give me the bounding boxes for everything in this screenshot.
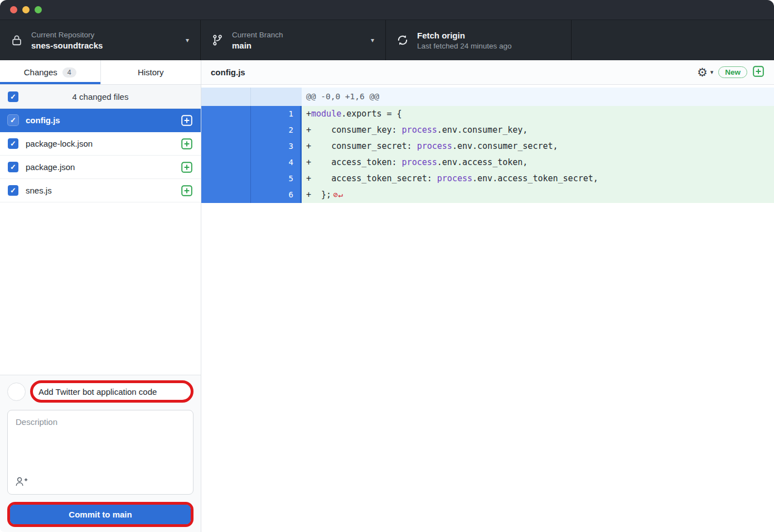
file-checkbox[interactable] xyxy=(8,138,18,149)
old-line-gutter xyxy=(201,88,251,106)
toolbar-empty-area xyxy=(572,20,774,60)
code-plain: + access_token: xyxy=(306,157,402,167)
diff-line-1: 1 +module.exports = { xyxy=(201,106,774,122)
code-keyword: module xyxy=(311,109,341,119)
code-plain: .env.consumer_secret, xyxy=(452,141,558,151)
file-actions-button[interactable] xyxy=(181,185,193,197)
file-name: config.js xyxy=(26,115,181,125)
zoom-window-button[interactable] xyxy=(35,6,42,13)
current-branch-dropdown[interactable]: Current Branch main ▾ xyxy=(201,20,386,60)
repository-caret-icon: ▾ xyxy=(186,36,189,44)
code-keyword: process xyxy=(402,125,437,135)
commit-description-box xyxy=(7,410,194,495)
code-keyword: process xyxy=(417,141,452,151)
code-keyword: process xyxy=(402,157,437,167)
file-actions-button[interactable] xyxy=(181,161,193,173)
old-line-gutter xyxy=(201,187,251,203)
select-all-checkbox[interactable] xyxy=(8,91,18,102)
diff-header: config.js ⚙ ▾ New xyxy=(201,60,774,85)
code-plain: .env.access_token, xyxy=(437,157,528,167)
code-plain: .env.access_token_secret, xyxy=(472,173,598,183)
current-branch-label: Current Branch xyxy=(232,31,283,39)
commit-button-branch: main xyxy=(113,510,132,519)
no-newline-icon: ⊘↵ xyxy=(333,190,344,199)
code-text: +module.exports = { xyxy=(302,106,774,122)
code-plain: .exports = { xyxy=(341,109,401,119)
file-name: snes.js xyxy=(26,186,181,195)
chevron-down-icon: ▾ xyxy=(710,69,714,75)
code-plain: + xyxy=(306,109,311,119)
code-plain: .env.consumer_key, xyxy=(437,125,528,135)
changes-sidebar: Changes 4 History 4 changed files config… xyxy=(0,60,201,532)
line-number[interactable]: 4 xyxy=(251,154,302,171)
person-plus-icon xyxy=(15,480,28,489)
code-plain: + }; xyxy=(306,190,331,200)
line-number[interactable]: 1 xyxy=(251,106,302,122)
titlebar xyxy=(0,0,774,20)
close-window-button[interactable] xyxy=(10,6,17,13)
code-plain: + consumer_key: xyxy=(306,125,402,135)
changed-files-count: 4 changed files xyxy=(18,92,182,101)
fetch-origin-subtitle: Last fetched 24 minutes ago xyxy=(417,42,512,50)
commit-summary-input[interactable] xyxy=(33,387,191,396)
tab-history-label: History xyxy=(138,67,164,77)
file-actions-button[interactable] xyxy=(181,138,193,150)
file-actions-button[interactable] xyxy=(181,114,193,127)
diff-file-name: config.js xyxy=(211,67,245,77)
sidebar-tabs: Changes 4 History xyxy=(0,60,201,85)
file-row-snes-js[interactable]: snes.js xyxy=(0,179,201,202)
diff-line-5: 5 + access_token_secret: process.env.acc… xyxy=(201,171,774,187)
expand-diff-button[interactable] xyxy=(752,66,765,79)
commit-description-input[interactable] xyxy=(16,417,185,475)
tab-changes[interactable]: Changes 4 xyxy=(0,60,101,84)
current-repository-dropdown[interactable]: Current Repository snes-soundtracks ▾ xyxy=(0,20,201,60)
code-plain: + consumer_secret: xyxy=(306,141,417,151)
diff-body: @@ -0,0 +1,6 @@ 1 +module.exports = { 2 … xyxy=(201,85,774,532)
avatar xyxy=(7,383,26,401)
line-number[interactable]: 6 xyxy=(251,187,302,203)
file-row-package-lock-json[interactable]: package-lock.json xyxy=(0,132,201,156)
file-checkbox[interactable] xyxy=(8,162,18,172)
new-line-gutter xyxy=(251,88,302,106)
minimize-window-button[interactable] xyxy=(22,6,30,13)
file-checkbox[interactable] xyxy=(8,185,18,196)
line-number[interactable]: 2 xyxy=(251,122,302,138)
code-text: + access_token_secret: process.env.acces… xyxy=(302,171,774,187)
old-line-gutter xyxy=(201,106,251,122)
old-line-gutter xyxy=(201,138,251,154)
file-checkbox[interactable] xyxy=(8,115,18,125)
line-number[interactable]: 3 xyxy=(251,138,302,154)
commit-to-main-button[interactable]: Commit to main xyxy=(10,505,191,524)
current-repository-value: snes-soundtracks xyxy=(31,41,103,50)
changes-count-badge: 4 xyxy=(62,67,76,78)
tab-changes-label: Changes xyxy=(24,67,57,77)
summary-highlight-annotation xyxy=(30,380,194,403)
fetch-origin-title: Fetch origin xyxy=(417,31,512,40)
commit-button-highlight-annotation: Commit to main xyxy=(7,502,194,527)
code-text: + access_token: process.env.access_token… xyxy=(302,154,774,171)
diff-line-2: 2 + consumer_key: process.env.consumer_k… xyxy=(201,122,774,138)
file-row-package-json[interactable]: package.json xyxy=(0,156,201,179)
diff-options-button[interactable]: ⚙ ▾ xyxy=(697,66,713,78)
diff-pane: config.js ⚙ ▾ New xyxy=(201,60,774,532)
tab-history[interactable]: History xyxy=(101,60,201,84)
lock-icon xyxy=(10,34,23,46)
file-row-config-js[interactable]: config.js xyxy=(0,109,201,132)
add-co-author-button[interactable] xyxy=(15,476,28,489)
commit-form: Commit to main xyxy=(0,375,201,532)
current-branch-value: main xyxy=(232,41,283,50)
code-keyword: process xyxy=(437,173,472,183)
sync-icon xyxy=(396,34,409,46)
line-number[interactable]: 5 xyxy=(251,171,302,187)
hunk-header-row: @@ -0,0 +1,6 @@ xyxy=(201,88,774,106)
fetch-origin-button[interactable]: Fetch origin Last fetched 24 minutes ago xyxy=(386,20,572,60)
old-line-gutter xyxy=(201,154,251,171)
code-text: + };⊘↵ xyxy=(302,187,774,203)
diff-line-4: 4 + access_token: process.env.access_tok… xyxy=(201,154,774,171)
commit-button-label: Commit to xyxy=(69,510,112,519)
toolbar: Current Repository snes-soundtracks ▾ Cu… xyxy=(0,20,774,60)
code-text: + consumer_key: process.env.consumer_key… xyxy=(302,122,774,138)
old-line-gutter xyxy=(201,122,251,138)
select-all-row: 4 changed files xyxy=(0,85,201,109)
diff-line-3: 3 + consumer_secret: process.env.consume… xyxy=(201,138,774,154)
